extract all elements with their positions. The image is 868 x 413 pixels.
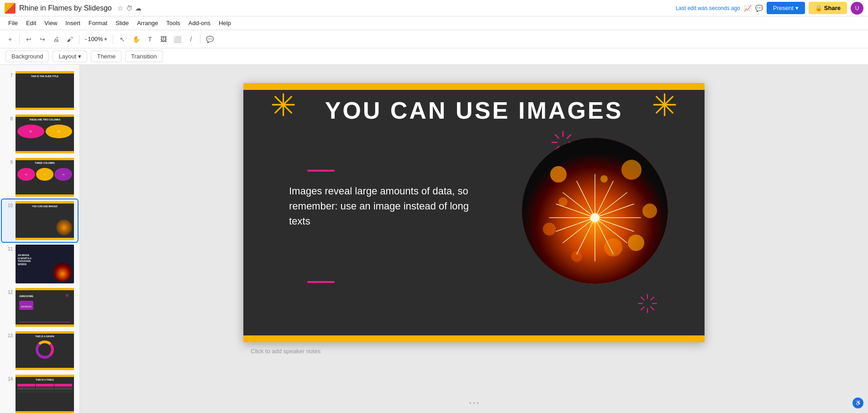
transition-button[interactable]: Transition bbox=[125, 51, 163, 62]
comment-icon[interactable]: 💬 bbox=[755, 5, 763, 12]
line-tool-button[interactable]: / bbox=[184, 33, 197, 46]
sparkler-svg bbox=[522, 138, 668, 284]
slide-body-text[interactable]: Images reveal large amounts of data, so … bbox=[289, 183, 472, 229]
layout-dropdown[interactable]: Layout ▾ bbox=[53, 51, 87, 62]
slide-preview-13: THIS IS A GRAPH bbox=[16, 331, 74, 370]
image-tool-button[interactable]: 🖼 bbox=[157, 33, 170, 46]
mini-title-10: YOU CAN USE IMAGES bbox=[17, 205, 72, 208]
menu-insert[interactable]: Insert bbox=[62, 18, 84, 28]
zoom-value: 100% bbox=[88, 36, 103, 42]
slide-title[interactable]: YOU CAN USE IMAGES bbox=[243, 97, 705, 124]
dot-2: • bbox=[473, 400, 475, 407]
slide-thumb-13[interactable]: 13 THIS IS A GRAPH bbox=[2, 329, 78, 372]
menu-tools[interactable]: Tools bbox=[163, 18, 184, 28]
accessibility-button[interactable]: ♿ bbox=[852, 397, 863, 408]
last-edit-text: Last edit was seconds ago bbox=[676, 5, 740, 11]
print-button[interactable]: 🖨 bbox=[50, 33, 63, 46]
canvas-area: YOU CAN USE IMAGES bbox=[80, 65, 868, 413]
history-icon[interactable]: ⏱ bbox=[126, 5, 132, 12]
sep4 bbox=[200, 35, 200, 44]
svg-line-14 bbox=[567, 135, 571, 138]
mini-circle-img-10 bbox=[56, 220, 72, 235]
app-logo bbox=[5, 3, 16, 14]
redo-button[interactable]: ↪ bbox=[36, 33, 49, 46]
share-button[interactable]: 🔒 Share bbox=[809, 2, 847, 14]
svg-line-21 bbox=[651, 307, 654, 310]
menu-edit[interactable]: Edit bbox=[22, 18, 40, 28]
text-tool-button[interactable]: T bbox=[143, 33, 156, 46]
mini-bottom-bar-8 bbox=[16, 151, 74, 153]
title-right: Last edit was seconds ago 📈 💬 Present ▾ … bbox=[676, 2, 863, 15]
slide-num-12: 12 bbox=[5, 290, 13, 295]
svg-point-31 bbox=[628, 235, 644, 251]
slide-preview-9: THREE COLUMNS 01 02 03 bbox=[16, 158, 74, 197]
slide-num-9: 9 bbox=[5, 160, 13, 165]
menu-view[interactable]: View bbox=[41, 18, 61, 28]
menu-format[interactable]: Format bbox=[85, 18, 111, 28]
slide-num-7: 7 bbox=[5, 73, 13, 78]
slide-preview-7: THIS IS THE SLIDE TITLE bbox=[16, 71, 74, 110]
present-button[interactable]: Present ▾ bbox=[767, 2, 805, 14]
mini-bottom-bar-14 bbox=[16, 411, 74, 413]
mini-bottom-bar-10 bbox=[16, 238, 74, 240]
lock-icon: 🔒 bbox=[815, 5, 822, 11]
comment-tool-button[interactable]: 💬 bbox=[203, 33, 216, 46]
cloud-icon[interactable]: ☁ bbox=[135, 5, 142, 12]
hand-tool-button[interactable]: ✋ bbox=[130, 33, 142, 46]
svg-point-30 bbox=[571, 251, 582, 262]
chart-icon[interactable]: 📈 bbox=[744, 5, 752, 12]
slide-thumb-7[interactable]: 7 THIS IS THE SLIDE TITLE bbox=[2, 69, 78, 112]
present-dropdown-icon[interactable]: ▾ bbox=[795, 5, 799, 11]
mini-title-7: THIS IS THE SLIDE TITLE bbox=[17, 75, 72, 78]
add-slide-button[interactable]: + bbox=[4, 33, 16, 46]
mini-top-bar-9 bbox=[16, 158, 74, 160]
slide-canvas[interactable]: YOU CAN USE IMAGES bbox=[243, 83, 705, 342]
mini-fireworks-11 bbox=[53, 263, 72, 281]
slide-num-10: 10 bbox=[5, 203, 13, 208]
layout-label: Layout bbox=[58, 53, 76, 60]
slide-thumb-9[interactable]: 9 THREE COLUMNS 01 02 03 bbox=[2, 156, 78, 199]
zoom-out-icon[interactable]: - bbox=[85, 36, 87, 42]
slide-thumb-11[interactable]: 11 AN IMAGEIS WORTH ATHOUSANDWORDS bbox=[2, 243, 78, 285]
menu-help[interactable]: Help bbox=[215, 18, 235, 28]
menu-arrange[interactable]: Arrange bbox=[133, 18, 162, 28]
zoom-in-icon[interactable]: + bbox=[104, 36, 108, 42]
slide-preview-10: YOU CAN USE IMAGES bbox=[16, 201, 74, 240]
svg-line-12 bbox=[555, 135, 559, 138]
theme-button[interactable]: Theme bbox=[91, 51, 121, 62]
sep3 bbox=[113, 35, 113, 44]
svg-line-22 bbox=[651, 297, 654, 300]
background-button[interactable]: Background bbox=[5, 51, 49, 62]
slide-thumb-14[interactable]: 14 THIS IS A TABLE bbox=[2, 373, 78, 413]
menu-addons[interactable]: Add-ons bbox=[185, 18, 214, 28]
svg-line-20 bbox=[641, 297, 644, 300]
zoom-control[interactable]: - 100% + bbox=[82, 35, 110, 43]
mini-bottom-bar-7 bbox=[16, 108, 74, 110]
mini-table-14 bbox=[17, 384, 72, 393]
slide-preview-11: AN IMAGEIS WORTH ATHOUSANDWORDS bbox=[16, 245, 74, 283]
avatar[interactable]: U bbox=[851, 2, 863, 15]
star-icon[interactable]: ☆ bbox=[117, 5, 123, 12]
menu-file[interactable]: File bbox=[5, 18, 21, 28]
app-title: Rhine in Flames by Slidesgo bbox=[19, 4, 112, 12]
sparkler-image[interactable] bbox=[522, 138, 668, 284]
mini-bottom-bar-13 bbox=[16, 368, 74, 370]
slide-num-11: 11 bbox=[5, 246, 13, 251]
dot-3: • bbox=[477, 400, 479, 407]
slide-preview-14: THIS IS A TABLE bbox=[16, 375, 74, 413]
mini-bottom-bar-12 bbox=[16, 324, 74, 327]
slide-thumb-10[interactable]: 10 YOU CAN USE IMAGES bbox=[2, 199, 78, 242]
shapes-tool-button[interactable]: ⬜ bbox=[171, 33, 184, 46]
menu-slide[interactable]: Slide bbox=[112, 18, 132, 28]
paint-format-button[interactable]: 🖌 bbox=[63, 33, 76, 46]
notes-area[interactable]: Click to add speaker notes bbox=[243, 342, 705, 360]
mini-top-bar-12 bbox=[16, 288, 74, 290]
undo-button[interactable]: ↩ bbox=[22, 33, 35, 46]
select-tool-button[interactable]: ↖ bbox=[116, 33, 129, 46]
mini-top-bar-14 bbox=[16, 375, 74, 377]
scroll-indicator: • • • bbox=[469, 400, 479, 407]
mini-thousand-11: AN IMAGEIS WORTH ATHOUSANDWORDS bbox=[18, 254, 32, 266]
slide-thumb-8[interactable]: 8 THESE ARE TWO COLUMNS 01 02 bbox=[2, 113, 78, 155]
slide-thumb-12[interactable]: 12 AWESOME WORDS ✳ bbox=[2, 286, 78, 329]
slide-num-13: 13 bbox=[5, 333, 13, 338]
